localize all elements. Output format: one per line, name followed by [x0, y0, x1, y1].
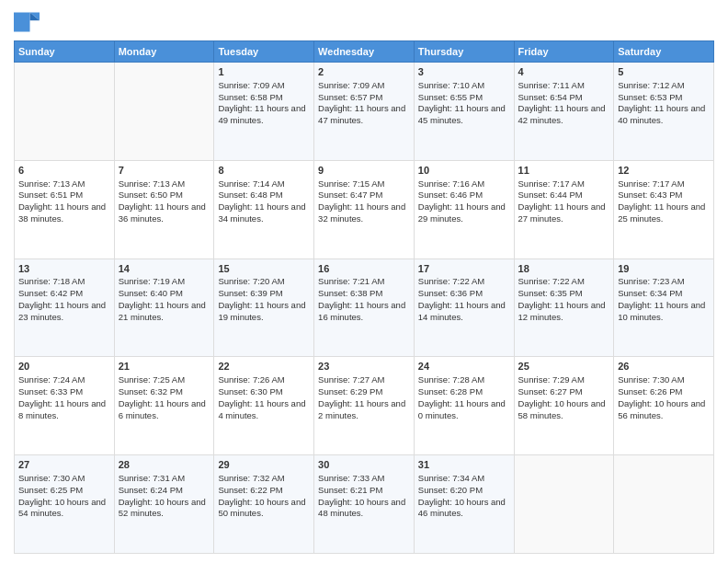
day-number: 5 [618, 65, 710, 79]
day-info: Sunrise: 7:24 AM [18, 374, 110, 386]
day-info: Daylight: 10 hours and 50 minutes. [218, 497, 310, 521]
calendar-cell: 14Sunrise: 7:19 AMSunset: 6:40 PMDayligh… [114, 259, 214, 357]
day-info: Sunset: 6:44 PM [518, 190, 610, 201]
day-number: 26 [618, 360, 710, 373]
day-info: Sunset: 6:55 PM [418, 92, 510, 104]
day-info: Sunset: 6:47 PM [318, 190, 410, 201]
day-header-monday: Monday [114, 41, 214, 63]
calendar-cell: 6Sunrise: 7:13 AMSunset: 6:51 PMDaylight… [15, 160, 115, 259]
day-number: 28 [119, 458, 210, 472]
day-number: 9 [318, 164, 410, 178]
day-number: 11 [518, 164, 610, 178]
calendar-cell: 1Sunrise: 7:09 AMSunset: 6:58 PMDaylight… [214, 63, 314, 161]
day-info: Sunset: 6:24 PM [119, 485, 210, 497]
calendar-cell: 11Sunrise: 7:17 AMSunset: 6:44 PMDayligh… [514, 160, 614, 259]
day-info: Daylight: 11 hours and 8 minutes. [18, 398, 110, 422]
svg-rect-3 [14, 13, 30, 32]
day-info: Sunset: 6:46 PM [418, 190, 510, 201]
day-info: Sunset: 6:36 PM [418, 288, 510, 300]
calendar-table: SundayMondayTuesdayWednesdayThursdayFrid… [14, 40, 714, 554]
day-info: Sunset: 6:21 PM [318, 485, 410, 497]
day-info: Sunset: 6:28 PM [418, 386, 510, 398]
day-header-friday: Friday [514, 41, 614, 63]
day-number: 27 [18, 458, 110, 472]
day-number: 7 [119, 164, 210, 178]
day-info: Sunrise: 7:33 AM [318, 473, 410, 485]
day-info: Daylight: 10 hours and 54 minutes. [18, 497, 110, 521]
day-info: Sunset: 6:39 PM [218, 288, 310, 300]
day-info: Daylight: 11 hours and 29 minutes. [418, 201, 510, 225]
day-info: Sunrise: 7:27 AM [318, 374, 410, 386]
day-info: Sunrise: 7:32 AM [218, 473, 310, 485]
day-info: Daylight: 11 hours and 49 minutes. [218, 103, 310, 127]
day-info: Sunset: 6:22 PM [218, 485, 310, 497]
day-info: Sunrise: 7:23 AM [618, 276, 710, 288]
page: SundayMondayTuesdayWednesdayThursdayFrid… [0, 0, 728, 563]
day-info: Sunrise: 7:15 AM [318, 178, 410, 190]
day-info: Sunset: 6:38 PM [318, 288, 410, 300]
day-info: Daylight: 11 hours and 47 minutes. [318, 103, 410, 127]
day-number: 16 [318, 262, 410, 276]
day-info: Sunset: 6:53 PM [618, 92, 710, 104]
day-info: Daylight: 11 hours and 16 minutes. [318, 300, 410, 324]
day-info: Sunrise: 7:12 AM [618, 80, 710, 92]
day-info: Daylight: 11 hours and 27 minutes. [518, 201, 610, 225]
day-info: Sunrise: 7:28 AM [418, 374, 510, 386]
day-number: 18 [518, 262, 610, 276]
day-info: Daylight: 11 hours and 45 minutes. [418, 103, 510, 127]
day-header-thursday: Thursday [414, 41, 514, 63]
day-info: Sunrise: 7:21 AM [318, 276, 410, 288]
day-number: 21 [119, 360, 210, 373]
header [14, 9, 714, 35]
day-number: 3 [418, 65, 510, 79]
day-info: Sunrise: 7:22 AM [518, 276, 610, 288]
calendar-cell: 15Sunrise: 7:20 AMSunset: 6:39 PMDayligh… [214, 259, 314, 357]
calendar-cell: 23Sunrise: 7:27 AMSunset: 6:29 PMDayligh… [314, 357, 415, 455]
day-info: Daylight: 11 hours and 2 minutes. [318, 398, 410, 422]
calendar-cell: 3Sunrise: 7:10 AMSunset: 6:55 PMDaylight… [414, 63, 514, 161]
calendar-cell: 22Sunrise: 7:26 AMSunset: 6:30 PMDayligh… [214, 357, 314, 455]
day-info: Sunset: 6:33 PM [18, 386, 110, 398]
day-info: Sunrise: 7:34 AM [418, 473, 510, 485]
day-info: Daylight: 11 hours and 23 minutes. [18, 300, 110, 324]
day-number: 29 [218, 458, 310, 472]
calendar-cell: 17Sunrise: 7:22 AMSunset: 6:36 PMDayligh… [414, 259, 514, 357]
day-number: 25 [518, 360, 610, 373]
calendar-cell [514, 455, 614, 554]
day-info: Daylight: 10 hours and 58 minutes. [518, 398, 610, 422]
calendar-week-3: 13Sunrise: 7:18 AMSunset: 6:42 PMDayligh… [15, 259, 714, 357]
day-info: Sunset: 6:35 PM [518, 288, 610, 300]
day-info: Sunset: 6:48 PM [218, 190, 310, 201]
day-info: Sunset: 6:25 PM [18, 485, 110, 497]
day-number: 8 [218, 164, 310, 178]
day-number: 15 [218, 262, 310, 276]
day-header-saturday: Saturday [614, 41, 714, 63]
day-header-wednesday: Wednesday [314, 41, 415, 63]
day-number: 4 [518, 65, 610, 79]
calendar-cell: 26Sunrise: 7:30 AMSunset: 6:26 PMDayligh… [614, 357, 714, 455]
day-number: 14 [119, 262, 210, 276]
calendar-header-row: SundayMondayTuesdayWednesdayThursdayFrid… [15, 41, 714, 63]
day-number: 2 [318, 65, 410, 79]
day-info: Sunset: 6:40 PM [119, 288, 210, 300]
day-info: Sunrise: 7:17 AM [618, 178, 710, 190]
day-info: Sunset: 6:50 PM [119, 190, 210, 201]
day-number: 20 [18, 360, 110, 373]
calendar-cell [15, 63, 115, 161]
day-info: Sunset: 6:34 PM [618, 288, 710, 300]
day-number: 13 [18, 262, 110, 276]
calendar-cell: 7Sunrise: 7:13 AMSunset: 6:50 PMDaylight… [114, 160, 214, 259]
day-info: Daylight: 10 hours and 56 minutes. [618, 398, 710, 422]
day-info: Daylight: 10 hours and 48 minutes. [318, 497, 410, 521]
day-info: Sunrise: 7:18 AM [18, 276, 110, 288]
day-info: Sunset: 6:54 PM [518, 92, 610, 104]
day-info: Sunrise: 7:13 AM [119, 178, 210, 190]
day-header-sunday: Sunday [15, 41, 115, 63]
day-number: 30 [318, 458, 410, 472]
day-info: Sunset: 6:30 PM [218, 386, 310, 398]
day-info: Sunrise: 7:11 AM [518, 80, 610, 92]
calendar-cell: 4Sunrise: 7:11 AMSunset: 6:54 PMDaylight… [514, 63, 614, 161]
day-info: Daylight: 11 hours and 6 minutes. [119, 398, 210, 422]
day-info: Sunrise: 7:20 AM [218, 276, 310, 288]
calendar-week-1: 1Sunrise: 7:09 AMSunset: 6:58 PMDaylight… [15, 63, 714, 161]
